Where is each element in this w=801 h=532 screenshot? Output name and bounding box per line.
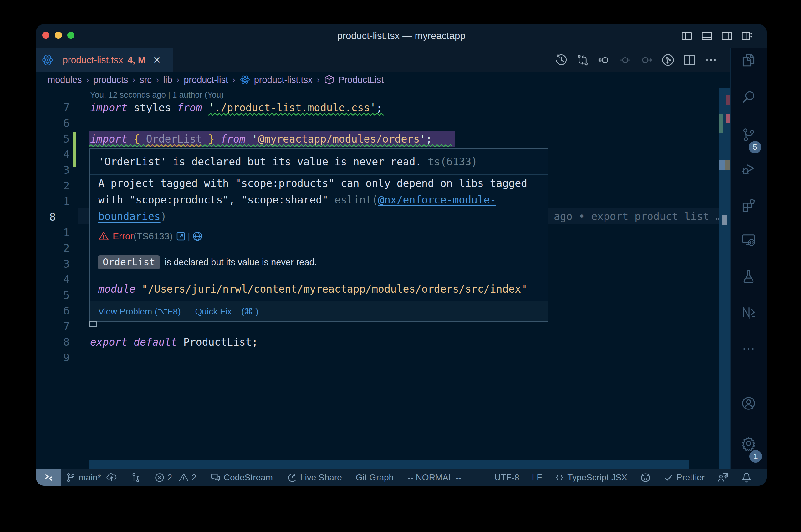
tab-problems-badge: 4, M bbox=[127, 55, 145, 65]
line-number: 3 bbox=[42, 256, 70, 272]
git-compare-item[interactable] bbox=[131, 473, 141, 482]
breadcrumb-item-modules[interactable]: modules bbox=[48, 75, 82, 85]
eslint-rule-link[interactable]: @nx/enforce-module- bbox=[378, 194, 496, 206]
quick-fix-link[interactable]: Quick Fix... (⌘.) bbox=[195, 306, 258, 317]
code-line-16: export default ProductList; bbox=[90, 335, 258, 350]
feedback-icon[interactable] bbox=[717, 472, 728, 483]
tab-product-list[interactable]: product-list.tsx 4, M × bbox=[36, 48, 173, 72]
line-number: 7 bbox=[42, 319, 70, 335]
open-external-icon[interactable] bbox=[176, 231, 186, 241]
hover-ts-message: 'OrderList' is declared but its value is… bbox=[90, 149, 548, 174]
hover-resize-grip[interactable] bbox=[90, 321, 97, 327]
remote-explorer-icon[interactable] bbox=[731, 232, 767, 247]
view-problem-link[interactable]: View Problem (⌥F8) bbox=[98, 306, 181, 317]
accounts-icon[interactable] bbox=[731, 396, 767, 411]
hover-status-bar: View Problem (⌥F8) Quick Fix... (⌘.) bbox=[90, 301, 548, 321]
line-number: 7 bbox=[42, 100, 70, 116]
codestream-item[interactable]: CodeStream bbox=[210, 472, 273, 483]
git-graph-item[interactable]: Git Graph bbox=[356, 473, 394, 482]
nx-console-icon[interactable] bbox=[731, 304, 767, 320]
eol-item[interactable]: LF bbox=[532, 473, 542, 482]
source-control-icon[interactable] bbox=[731, 128, 767, 142]
line-number: 8 bbox=[42, 335, 70, 350]
breadcrumb-item-lib[interactable]: lib bbox=[163, 75, 172, 85]
encoding-item[interactable]: UTF-8 bbox=[494, 473, 519, 482]
hover-eslint-message: A project tagged with "scope:products" c… bbox=[90, 175, 548, 225]
run-debug-icon[interactable] bbox=[731, 162, 767, 176]
line-number: 1 bbox=[42, 194, 70, 209]
tab-close-icon[interactable]: × bbox=[153, 53, 161, 67]
git-branch-item[interactable]: main* bbox=[66, 472, 117, 483]
diagnostic-hover-widget: 'OrderList' is declared but its value is… bbox=[90, 148, 548, 322]
blame-codelens[interactable]: You, 12 seconds ago | 1 author (You) bbox=[90, 89, 224, 101]
source-control-badge: 5 bbox=[749, 141, 761, 153]
current-line-number: 8 bbox=[50, 209, 68, 225]
breadcrumb-item-symbol[interactable]: ProductList bbox=[338, 75, 384, 85]
activity-bar: 5 1 bbox=[730, 48, 767, 470]
hover-module-path: module "/Users/juri/nrwl/content/myreact… bbox=[90, 278, 548, 300]
line-number: 1 bbox=[42, 225, 70, 241]
notifications-bell-icon[interactable] bbox=[741, 472, 752, 483]
remote-indicator[interactable] bbox=[36, 470, 61, 486]
settings-badge: 1 bbox=[749, 450, 762, 462]
breadcrumb-item-file[interactable]: product-list.tsx bbox=[254, 75, 313, 85]
prev-change-icon[interactable] bbox=[598, 54, 610, 66]
next-change-icon bbox=[640, 54, 653, 66]
split-editor-icon[interactable] bbox=[684, 54, 696, 66]
customize-layout-icon[interactable] bbox=[741, 30, 752, 42]
warning-squiggle bbox=[146, 144, 202, 147]
toggle-panel-icon[interactable] bbox=[701, 30, 712, 42]
extensions-icon[interactable] bbox=[731, 198, 767, 213]
more-actions-icon[interactable] bbox=[705, 54, 717, 66]
window-title: product-list.tsx — myreactapp bbox=[36, 24, 767, 48]
line-number: 4 bbox=[42, 272, 70, 288]
overview-info-mark bbox=[719, 160, 725, 170]
symbol-namespace-icon bbox=[324, 74, 334, 85]
lint-squiggle bbox=[208, 113, 384, 116]
line-number: 3 bbox=[42, 163, 70, 178]
overview-warning-mark bbox=[725, 160, 730, 170]
timeline-history-icon[interactable] bbox=[555, 54, 568, 66]
eslint-rule-link[interactable]: boundaries bbox=[98, 210, 161, 223]
line-number: 4 bbox=[42, 147, 70, 163]
overview-error-mark bbox=[726, 114, 730, 124]
tab-label: product-list.tsx bbox=[62, 55, 123, 65]
open-changes-icon[interactable] bbox=[576, 54, 589, 66]
line-number: 6 bbox=[42, 303, 70, 319]
breadcrumb-item-product-list[interactable]: product-list bbox=[184, 75, 228, 85]
warning-triangle-icon bbox=[98, 231, 109, 242]
breadcrumb-item-src[interactable]: src bbox=[140, 75, 152, 85]
copilot-icon[interactable] bbox=[640, 472, 651, 483]
vertical-scrollbar[interactable] bbox=[719, 88, 730, 470]
overview-cursor-mark bbox=[722, 215, 727, 225]
current-change-icon bbox=[619, 54, 632, 66]
horizontal-scrollbar[interactable] bbox=[89, 460, 689, 469]
line-number: 2 bbox=[42, 178, 70, 194]
publish-changes-icon bbox=[106, 472, 117, 483]
react-file-icon bbox=[42, 54, 54, 66]
globe-icon[interactable] bbox=[192, 231, 203, 242]
breadcrumb-item-products[interactable]: products bbox=[93, 75, 128, 85]
line-number: 2 bbox=[42, 241, 70, 256]
toggle-primary-sidebar-icon[interactable] bbox=[681, 30, 692, 42]
overview-added-mark bbox=[719, 114, 723, 133]
additional-views-icon[interactable] bbox=[731, 342, 767, 356]
toggle-secondary-sidebar-icon[interactable] bbox=[721, 30, 732, 42]
testing-icon[interactable] bbox=[731, 269, 767, 284]
problems-item[interactable]: 2 2 bbox=[154, 473, 197, 482]
title-bar: product-list.tsx — myreactapp bbox=[36, 24, 767, 48]
explorer-icon[interactable] bbox=[731, 53, 767, 68]
tab-bar: product-list.tsx 4, M × bbox=[36, 48, 767, 72]
editor-pane[interactable]: You, 12 seconds ago | 1 author (You) 7 6… bbox=[36, 87, 730, 470]
prettier-item[interactable]: Prettier bbox=[663, 473, 705, 482]
overview-error-mark bbox=[726, 95, 730, 105]
hover-error-status: Error(TS6133) | bbox=[90, 225, 548, 247]
live-share-item[interactable]: Live Share bbox=[287, 472, 342, 483]
search-icon[interactable] bbox=[731, 89, 767, 104]
line-number: 6 bbox=[42, 116, 70, 131]
lint-squiggle bbox=[89, 144, 452, 147]
language-mode-item[interactable]: TypeScript JSX bbox=[554, 473, 627, 482]
gitlens-graph-icon[interactable] bbox=[661, 54, 675, 66]
settings-gear-icon[interactable] bbox=[731, 436, 767, 451]
status-bar: main* 2 2 CodeStream Live Share Git bbox=[36, 470, 767, 486]
